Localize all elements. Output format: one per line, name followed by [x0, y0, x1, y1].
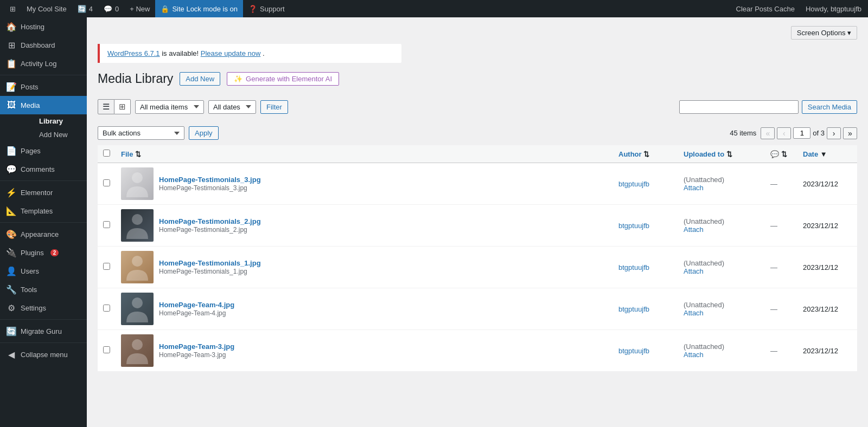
bulk-actions-row: Bulk actions Apply 45 items « ‹ of 3 › »	[98, 126, 857, 140]
new-label: + New	[130, 5, 150, 13]
media-file-link[interactable]: HomePage-Team-3.jpg	[159, 342, 234, 351]
media-author-link[interactable]: btgptuujfb	[618, 305, 649, 313]
search-media-group: Search Media	[679, 100, 857, 114]
collapse-label: Collapse menu	[21, 351, 68, 359]
media-file-link[interactable]: HomePage-Testimonials_3.jpg	[159, 176, 261, 184]
apply-button[interactable]: Apply	[189, 126, 219, 140]
notice-version-link[interactable]: WordPress 6.7.1	[107, 49, 160, 57]
filter-button[interactable]: Filter	[260, 100, 288, 114]
sidebar-sub-item-library[interactable]: Library	[20, 114, 87, 128]
attach-link[interactable]: Attach	[684, 267, 760, 275]
search-media-input[interactable]	[679, 100, 799, 114]
main-content: Screen Options ▾ WordPress 6.7.1 is avai…	[87, 17, 868, 427]
admin-bar-wp-logo[interactable]: ⊞	[4, 0, 21, 17]
list-view-btn[interactable]: ☰	[98, 99, 114, 114]
media-file-link[interactable]: HomePage-Team-4.jpg	[159, 301, 234, 309]
sidebar-item-templates[interactable]: 📐 Templates	[0, 202, 87, 220]
sidebar-sub-item-add-new[interactable]: Add New	[20, 128, 87, 141]
table-row: HomePage-Team-4.jpg HomePage-Team-4.jpg …	[98, 288, 857, 330]
comment-count: —	[770, 222, 777, 230]
notice-update-link[interactable]: Please update now	[201, 49, 261, 57]
row-checkbox[interactable]	[103, 263, 110, 270]
sidebar-item-tools[interactable]: 🔧 Tools	[0, 280, 87, 299]
next-page-btn[interactable]: ›	[827, 127, 841, 139]
generate-button[interactable]: ✨ Generate with Elementor AI	[227, 72, 339, 86]
sidebar-item-activity-log[interactable]: 📋 Activity Log	[0, 54, 87, 73]
header-file-col[interactable]: File ⇅	[116, 145, 613, 163]
clear-cache-btn[interactable]: Clear Posts Cache	[734, 5, 797, 13]
author-sort-link[interactable]: Author	[618, 150, 642, 158]
row-uploaded-cell: (Unattached) Attach	[678, 163, 765, 205]
media-file-link[interactable]: HomePage-Testimonials_1.jpg	[159, 259, 261, 267]
admin-bar-site-lock[interactable]: 🔒 Site Lock mode is on	[155, 0, 243, 17]
first-page-btn[interactable]: «	[761, 127, 775, 139]
attach-link[interactable]: Attach	[684, 225, 760, 234]
file-sort-link[interactable]: File	[121, 150, 133, 158]
admin-bar-comments[interactable]: 💬 0	[98, 0, 124, 17]
row-checkbox[interactable]	[103, 179, 110, 186]
media-items-filter[interactable]: All media items	[135, 100, 204, 114]
uploaded-sort-link[interactable]: Uploaded to	[684, 150, 724, 158]
updates-count: 4	[89, 5, 93, 13]
media-author-link[interactable]: btgptuujfb	[618, 263, 649, 271]
attach-link[interactable]: Attach	[684, 184, 760, 192]
row-author-cell: btgptuujfb	[613, 205, 678, 247]
row-checkbox[interactable]	[103, 346, 110, 353]
bulk-actions-select[interactable]: Bulk actions	[98, 126, 184, 140]
attach-link[interactable]: Attach	[684, 309, 760, 317]
sidebar-item-pages[interactable]: 📄 Pages	[0, 141, 87, 160]
admin-bar-updates[interactable]: 🔄 4	[72, 0, 98, 17]
migrate-guru-icon: 🔄	[7, 326, 16, 336]
sidebar-item-dashboard[interactable]: ⊞ Dashboard	[0, 36, 87, 54]
row-author-cell: btgptuujfb	[613, 247, 678, 288]
row-checkbox[interactable]	[103, 305, 110, 312]
admin-bar-support[interactable]: ❓ Support	[243, 0, 290, 17]
header-author-col[interactable]: Author ⇅	[613, 145, 678, 163]
grid-view-btn[interactable]: ⊞	[114, 99, 131, 114]
select-all-checkbox[interactable]	[103, 150, 110, 157]
prev-page-btn[interactable]: ‹	[777, 127, 791, 139]
sidebar-item-settings[interactable]: ⚙ Settings	[0, 299, 87, 317]
attach-link[interactable]: Attach	[684, 351, 760, 359]
last-page-btn[interactable]: »	[843, 127, 857, 139]
sidebar: 🏠 Hosting ⊞ Dashboard 📋 Activity Log 📝 P…	[0, 17, 87, 427]
media-thumbnail	[121, 293, 154, 325]
screen-options-btn[interactable]: Screen Options ▾	[791, 26, 857, 40]
sidebar-item-plugins[interactable]: 🔌 Plugins 2	[0, 243, 87, 262]
sidebar-label-dashboard: Dashboard	[21, 41, 55, 49]
sidebar-item-migrate-guru[interactable]: 🔄 Migrate Guru	[0, 322, 87, 340]
header-uploaded-col[interactable]: Uploaded to ⇅	[678, 145, 765, 163]
dates-filter[interactable]: All dates	[208, 100, 256, 114]
media-thumbnail	[121, 251, 154, 283]
page-of: of 3	[813, 129, 825, 137]
admin-bar-new[interactable]: + New	[124, 0, 155, 17]
media-author-link[interactable]: btgptuujfb	[618, 347, 649, 355]
search-media-button[interactable]: Search Media	[802, 100, 857, 114]
sidebar-divider-4	[0, 319, 87, 320]
sidebar-item-users[interactable]: 👤 Users	[0, 262, 87, 280]
sidebar-item-media[interactable]: 🖼 Media	[0, 96, 87, 114]
row-checkbox[interactable]	[103, 221, 110, 228]
comments-sidebar-icon: 💬	[7, 164, 16, 174]
page-input[interactable]	[793, 127, 810, 139]
svg-point-3	[132, 297, 143, 308]
date-sort-link[interactable]: Date	[803, 150, 818, 158]
header-date-col[interactable]: Date ▼	[797, 145, 857, 163]
media-file-link[interactable]: HomePage-Testimonials_2.jpg	[159, 217, 261, 225]
table-row: HomePage-Testimonials_3.jpg HomePage-Tes…	[98, 163, 857, 205]
sidebar-collapse-btn[interactable]: ◀ Collapse menu	[0, 345, 87, 364]
sidebar-item-comments[interactable]: 💬 Comments	[0, 160, 87, 178]
admin-bar-site-name[interactable]: My Cool Site	[21, 0, 72, 17]
sidebar-item-posts[interactable]: 📝 Posts	[0, 77, 87, 96]
media-author-link[interactable]: btgptuujfb	[618, 180, 649, 188]
media-author-link[interactable]: btgptuujfb	[618, 222, 649, 230]
sidebar-item-elementor[interactable]: ⚡ Elementor	[0, 183, 87, 202]
sidebar-label-posts: Posts	[21, 83, 39, 91]
add-new-button[interactable]: Add New	[180, 72, 220, 86]
table-header-row: File ⇅ Author ⇅ Uploaded to ⇅ 💬 ⇅	[98, 145, 857, 163]
row-author-cell: btgptuujfb	[613, 163, 678, 205]
sidebar-item-appearance[interactable]: 🎨 Appearance	[0, 225, 87, 243]
view-toggle: ☰ ⊞	[98, 99, 131, 114]
row-file-cell: HomePage-Testimonials_2.jpg HomePage-Tes…	[116, 205, 613, 247]
sidebar-item-hosting[interactable]: 🏠 Hosting	[0, 17, 87, 36]
